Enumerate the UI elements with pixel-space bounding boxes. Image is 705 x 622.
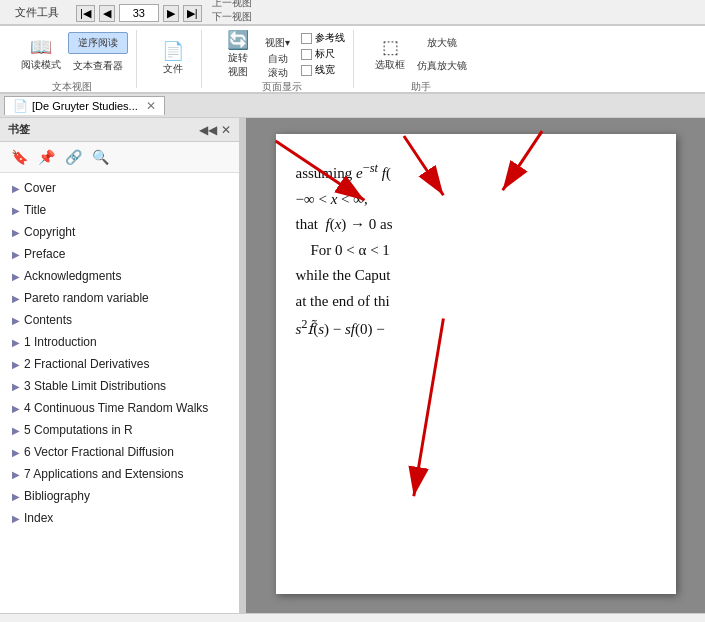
file-icon: 📄 [162, 40, 184, 62]
nav-first-btn[interactable]: |◀ [76, 5, 95, 22]
content-line-1: assuming e−st f( [296, 158, 656, 187]
bm-item-applications[interactable]: ▶ 7 Applications and Extensions [0, 463, 239, 485]
bm-icon-contents: ▶ [12, 313, 20, 328]
checkbox-linewidth[interactable]: 线宽 [301, 63, 345, 77]
bm-icon-acknowledgments: ▶ [12, 269, 20, 284]
nav-last-btn[interactable]: ▶| [183, 5, 202, 22]
bm-item-title[interactable]: ▶ Title [0, 199, 239, 221]
bm-item-acknowledgments[interactable]: ▶ Acknowledgments [0, 265, 239, 287]
bm-icon-title: ▶ [12, 203, 20, 218]
bm-item-ctrw[interactable]: ▶ 4 Continuous Time Random Walks [0, 397, 239, 419]
bm-icon-fractional: ▶ [12, 357, 20, 372]
read-mode-icon: 📖 [30, 36, 52, 58]
bookmark-list: ▶ Cover ▶ Title ▶ Copyright ▶ Preface ▶ … [0, 173, 239, 613]
ribbon-section-page-display: 🔄 旋转视图 视图▾ 自动滚动 参考线 [210, 30, 354, 88]
next-view-label: 下一视图 [212, 10, 252, 24]
zoom-in-btn[interactable]: 放大镜 [412, 32, 472, 54]
ribbon-section-viewmode: 📖 阅读模式 逆序阅读 文本查看器 文本视图 [8, 30, 137, 88]
view-options-btn[interactable]: 视图▾ [260, 32, 295, 54]
bm-icon-copyright: ▶ [12, 225, 20, 240]
ribbon-section-assist: ⬚ 选取框 放大镜 仿真放大镜 助手 [362, 30, 480, 88]
panel-header: 书签 ◀◀ ✕ [0, 118, 239, 142]
doc-tab[interactable]: 📄 [De Gruyter Studies... ✕ [4, 96, 165, 115]
checkbox-reference-line[interactable]: 参考线 [301, 31, 345, 45]
content-line-4: For 0 < α < 1 [296, 238, 656, 264]
file-btn[interactable]: 📄 文件 [153, 34, 193, 82]
bm-icon-stable: ▶ [12, 379, 20, 394]
auto-scroll-btn[interactable]: 自动滚动 [260, 55, 295, 77]
checkbox-box [301, 33, 312, 44]
bm-item-vector-fractional[interactable]: ▶ 6 Vector Fractional Diffusion [0, 441, 239, 463]
doc-tab-icon: 📄 [13, 99, 28, 113]
ribbon-main: 📖 阅读模式 逆序阅读 文本查看器 文本视图 📄 [0, 26, 705, 94]
rotate-icon: 🔄 [227, 29, 249, 51]
panel-collapse-btn[interactable]: ◀◀ [199, 123, 217, 137]
bm-icon-vector: ▶ [12, 445, 20, 460]
panel-title: 书签 [8, 122, 30, 137]
bookmarks-panel: 书签 ◀◀ ✕ 🔖 📌 🔗 🔍 ▶ Cover ▶ Title ▶ [0, 118, 240, 613]
rotate-btn[interactable]: 🔄 旋转视图 [218, 30, 258, 78]
content-line-2: −∞ < x < ∞, [296, 187, 656, 213]
reverse-read-btn[interactable]: 逆序阅读 [68, 32, 128, 54]
nav-next-btn[interactable]: ▶ [163, 5, 179, 22]
panel-controls: ◀◀ ✕ [199, 123, 231, 137]
bm-icon-preface: ▶ [12, 247, 20, 262]
nav-prev-btn[interactable]: ◀ [99, 5, 115, 22]
content-line-5: while the Caput [296, 263, 656, 289]
select-frame-btn[interactable]: ⬚ 选取框 [370, 30, 410, 78]
bm-tool-2[interactable]: 📌 [35, 146, 58, 168]
ribbon-section-file: 📄 文件 [145, 30, 202, 88]
select-frame-icon: ⬚ [382, 36, 399, 58]
panel-close-btn[interactable]: ✕ [221, 123, 231, 137]
bm-item-copyright[interactable]: ▶ Copyright [0, 221, 239, 243]
bm-item-computations[interactable]: ▶ 5 Computations in R [0, 419, 239, 441]
read-mode-btn[interactable]: 📖 阅读模式 [16, 30, 66, 78]
bm-icon-applications: ▶ [12, 467, 20, 482]
doc-tab-close[interactable]: ✕ [146, 99, 156, 113]
text-viewer-btn[interactable]: 文本查看器 [68, 55, 128, 77]
bm-item-preface[interactable]: ▶ Preface [0, 243, 239, 265]
bm-icon-introduction: ▶ [12, 335, 20, 350]
status-bar [0, 613, 705, 622]
bm-icon-bibliography: ▶ [12, 489, 20, 504]
bm-item-contents[interactable]: ▶ Contents [0, 309, 239, 331]
ribbon: 文件工具 |◀ ◀ ▶ ▶| 上一视图 下一视图 📖 阅读模式 [0, 0, 705, 94]
prev-view-label: 上一视图 [212, 0, 252, 10]
simulate-zoom-btn[interactable]: 仿真放大镜 [412, 55, 472, 77]
bm-icon-cover: ▶ [12, 181, 20, 196]
bm-tool-3[interactable]: 🔗 [62, 146, 85, 168]
bm-item-cover[interactable]: ▶ Cover [0, 177, 239, 199]
bm-icon-pareto: ▶ [12, 291, 20, 306]
bm-icon-computations: ▶ [12, 423, 20, 438]
page-content: assuming e−st f( −∞ < x < ∞, that f(x) →… [276, 134, 676, 594]
content-line-7: s2f̃(s) − sf(0) − [296, 314, 656, 343]
page-number-input[interactable] [119, 4, 159, 22]
doc-tab-label: [De Gruyter Studies... [32, 100, 138, 112]
bm-icon-index: ▶ [12, 511, 20, 526]
main-area: 书签 ◀◀ ✕ 🔖 📌 🔗 🔍 ▶ Cover ▶ Title ▶ [0, 118, 705, 613]
content-panel: assuming e−st f( −∞ < x < ∞, that f(x) →… [246, 118, 705, 613]
checkbox-box-3 [301, 65, 312, 76]
content-line-6: at the end of thi [296, 289, 656, 315]
bookmark-toolbar: 🔖 📌 🔗 🔍 [0, 142, 239, 173]
view-mode-section-label: 文本视图 [52, 80, 92, 94]
page-display-label: 页面显示 [262, 80, 302, 94]
doc-tab-bar: 📄 [De Gruyter Studies... ✕ [0, 94, 705, 118]
bm-tool-1[interactable]: 🔖 [8, 146, 31, 168]
bm-item-introduction[interactable]: ▶ 1 Introduction [0, 331, 239, 353]
content-line-3: that f(x) → 0 as [296, 212, 656, 238]
bm-item-pareto[interactable]: ▶ Pareto random variable [0, 287, 239, 309]
bm-icon-ctrw: ▶ [12, 401, 20, 416]
bm-tool-4[interactable]: 🔍 [89, 146, 112, 168]
bm-item-fractional-derivatives[interactable]: ▶ 2 Fractional Derivatives [0, 353, 239, 375]
checkbox-box-2 [301, 49, 312, 60]
assist-label: 助手 [411, 80, 431, 94]
bm-item-stable-limit[interactable]: ▶ 3 Stable Limit Distributions [0, 375, 239, 397]
bm-item-bibliography[interactable]: ▶ Bibliography [0, 485, 239, 507]
checkbox-ruler[interactable]: 标尺 [301, 47, 345, 61]
ribbon-tab-bar: 文件工具 |◀ ◀ ▶ ▶| 上一视图 下一视图 [0, 0, 705, 26]
bm-item-index[interactable]: ▶ Index [0, 507, 239, 529]
tab-file-tools[interactable]: 文件工具 [4, 0, 70, 24]
